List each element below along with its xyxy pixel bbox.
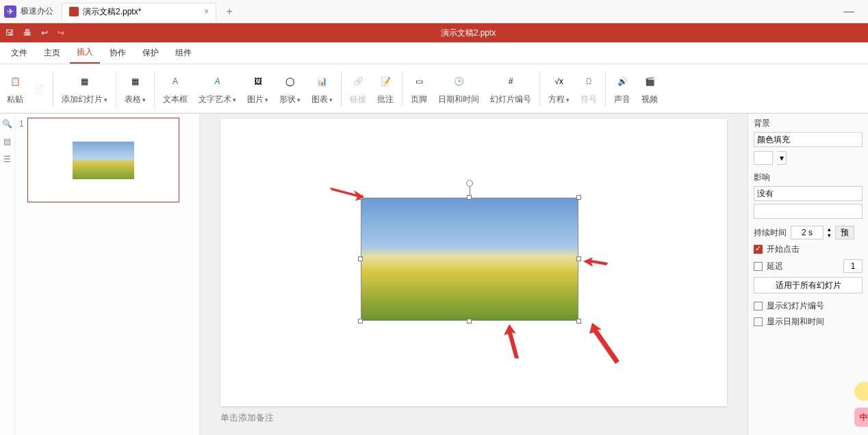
new-tab-button[interactable]: + [226,5,232,18]
svg-marker-2 [504,324,519,358]
chart-button[interactable]: 📊图表▾ [306,66,338,111]
copy-button: 📄 [29,66,50,111]
menu-home[interactable]: 主页 [37,43,67,63]
duration-input[interactable] [791,226,824,239]
menubar: 文件 主页 插入 协作 保护 组件 [0,42,868,64]
annotation-arrow [501,324,522,358]
resize-handle-b[interactable] [467,319,472,324]
slides-icon[interactable]: ▤ [3,137,11,146]
duration-stepper[interactable]: ▴▾ [828,226,831,239]
menu-file[interactable]: 文件 [4,43,34,63]
undo-icon[interactable]: ↩ [41,28,48,38]
menu-insert[interactable]: 插入 [70,42,100,64]
canvas-area: 单击添加备注 [200,114,748,435]
window-minimize-button[interactable]: — [843,5,854,18]
thumbnail-image [73,142,134,179]
resize-handle-tl[interactable] [358,195,363,200]
menu-collab[interactable]: 协作 [103,43,133,63]
effect-subselect[interactable] [754,204,863,219]
ime-indicator[interactable]: 中 [854,408,868,427]
footer-button[interactable]: ▭页脚 [405,66,433,111]
thumbnail-panel: 1 [15,114,200,435]
annotation-arrow [583,256,608,269]
resize-handle-br[interactable] [576,319,581,324]
show-datetime-checkbox[interactable] [754,317,763,326]
outline-icon[interactable]: ☰ [3,155,11,164]
annotation-arrow [587,323,621,364]
svg-marker-3 [589,323,620,364]
resize-handle-bl[interactable] [358,319,363,324]
slide-canvas[interactable]: 单击添加备注 [220,119,727,406]
background-label: 背景 [754,118,770,128]
delay-checkbox[interactable] [754,262,763,271]
svg-marker-1 [583,257,608,267]
effect-select[interactable]: 没有 [754,186,863,201]
show-slidenum-label: 显示幻灯片编号 [767,300,824,312]
show-slidenum-checkbox[interactable] [754,302,763,311]
delay-input[interactable] [843,259,863,273]
left-sidebar: 🔍 ▤ ☰ [0,114,15,435]
presentation-icon [69,7,79,16]
menu-addin[interactable]: 组件 [168,43,199,63]
datetime-button[interactable]: 🕒日期和时间 [433,66,485,111]
app-icon: ✈ [4,5,16,18]
color-dropdown[interactable]: ▾ [777,151,787,165]
titlebar: ✈ 极速办公 演示文稿2.pptx* × + — [0,0,868,23]
start-click-checkbox[interactable] [754,245,763,254]
equation-button[interactable]: √x方程▾ [543,66,575,111]
delay-label: 延迟 [767,261,783,272]
duration-label: 持续时间 [754,227,787,239]
redo-icon[interactable]: ↪ [58,28,64,38]
start-click-label: 开始点击 [767,243,800,255]
show-datetime-label: 显示日期和时间 [767,316,824,328]
textbox-button[interactable]: A文本框 [157,66,193,111]
table-button[interactable]: ▦表格▾ [119,66,151,111]
wordart-button[interactable]: A文字艺术▾ [193,66,242,111]
resize-handle-t[interactable] [467,195,472,200]
ribbon: 📋粘贴 📄 ▦添加幻灯片▾ ▦表格▾ A文本框 A文字艺术▾ 🖼图片▾ ◯形状▾… [0,64,868,114]
save-icon[interactable]: 🖫 [5,28,14,38]
resize-handle-tr[interactable] [576,195,581,200]
link-button: 🔗链接 [344,66,372,111]
main-area: 🔍 ▤ ☰ 1 [0,114,868,435]
tab-close-button[interactable]: × [204,7,209,16]
tab-title: 演示文稿2.pptx* [83,6,141,18]
notes-placeholder[interactable]: 单击添加备注 [220,412,274,424]
selected-image[interactable] [361,198,578,321]
comment-button[interactable]: 📝批注 [372,66,399,111]
color-swatch[interactable] [754,151,773,165]
video-button[interactable]: 🎬视频 [636,66,663,111]
symbol-button: Ω符号 [575,66,602,111]
app-name: 极速办公 [21,5,53,17]
slide-thumbnail[interactable] [27,118,179,202]
quick-toolbar: 🖫 🖶 ↩ ↪ 演示文稿2.pptx [0,23,868,42]
paste-button[interactable]: 📋粘贴 [1,66,29,111]
preview-button[interactable]: 预 [835,226,854,239]
right-panel: 背景 颜色填充 ▾ 影响 没有 持续时间 ▴▾ 预 开始点击 [748,114,868,435]
resize-handle-r[interactable] [576,256,581,261]
document-tab[interactable]: 演示文稿2.pptx* × [62,3,216,21]
shape-button[interactable]: ◯形状▾ [274,66,306,111]
slidenum-button[interactable]: #幻灯片编号 [485,66,537,111]
document-title: 演示文稿2.pptx [74,27,863,39]
slide-number: 1 [19,119,27,202]
search-icon[interactable]: 🔍 [2,119,12,129]
image-button[interactable]: 🖼图片▾ [242,66,274,111]
resize-handle-l[interactable] [358,256,363,261]
image-content [361,198,578,321]
background-fill-select[interactable]: 颜色填充 [754,132,863,147]
apply-all-button[interactable]: 适用于所有幻灯片 [754,277,863,293]
helper-bubble[interactable] [854,382,868,401]
audio-button[interactable]: 🔊声音 [609,66,636,111]
rotate-handle[interactable] [466,180,473,187]
add-slide-button[interactable]: ▦添加幻灯片▾ [56,66,113,111]
effect-label: 影响 [754,172,770,182]
print-icon[interactable]: 🖶 [23,28,31,38]
menu-protect[interactable]: 保护 [136,43,166,63]
